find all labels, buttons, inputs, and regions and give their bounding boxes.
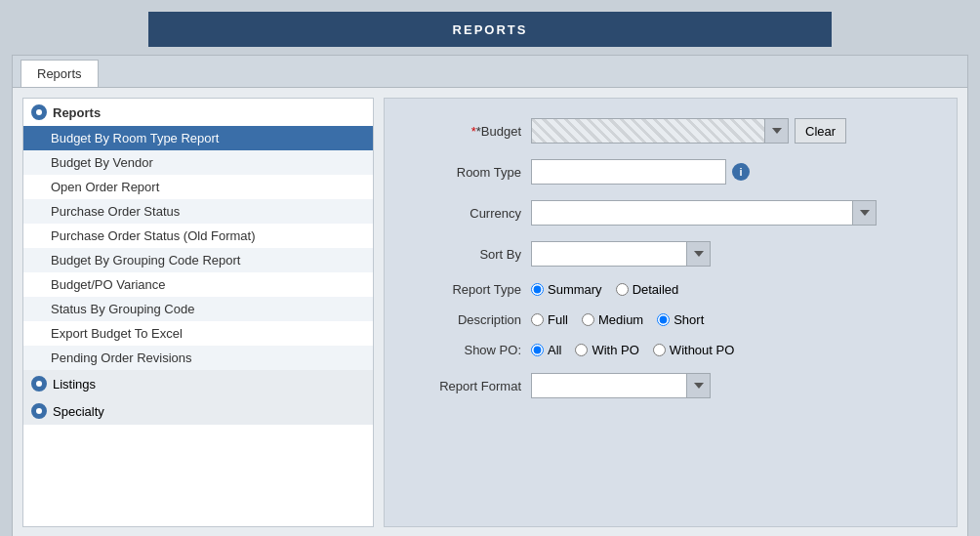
list-item[interactable]: Purchase Order Status (Old Format): [23, 224, 373, 248]
report-type-summary[interactable]: Summary: [531, 282, 602, 297]
tree-root-reports[interactable]: Reports: [23, 99, 373, 126]
show-po-radio-group: All With PO Without PO: [531, 343, 734, 357]
tree-sub-root-specialty[interactable]: Specialty: [23, 397, 373, 425]
sort-by-row: Sort By Control #: [414, 241, 927, 267]
currency-label: Currency: [414, 206, 521, 221]
chevron-down-icon: [694, 251, 704, 257]
report-type-label: Report Type: [414, 282, 521, 297]
tab-reports[interactable]: Reports: [20, 60, 99, 87]
budget-dropdown-button[interactable]: [765, 118, 789, 144]
description-short-radio[interactable]: [657, 313, 670, 326]
show-po-label: Show PO:: [414, 343, 521, 357]
list-item[interactable]: Budget By Vendor: [23, 150, 373, 175]
room-type-row: Room Type i: [414, 159, 927, 185]
left-panel: Reports Budget By Room Type Report Budge…: [22, 98, 374, 527]
show-po-with-po-radio[interactable]: [575, 344, 588, 356]
tree-root-icon: [31, 104, 47, 120]
description-medium[interactable]: Medium: [582, 312, 643, 327]
tree-root-label: Reports: [53, 105, 101, 120]
header-title: REPORTS: [453, 22, 528, 37]
clear-button[interactable]: Clear: [795, 118, 846, 144]
chevron-down-icon: [860, 210, 870, 216]
specialty-label: Specialty: [53, 404, 104, 419]
currency-row: Currency USD - US Dollar: [414, 200, 927, 226]
chevron-down-icon: [772, 128, 782, 134]
list-item[interactable]: Export Budget To Excel: [23, 321, 373, 346]
currency-wrapper: USD - US Dollar: [531, 200, 877, 226]
description-full-radio[interactable]: [531, 313, 544, 326]
show-po-all[interactable]: All: [531, 343, 561, 357]
report-format-label: Report Format: [414, 379, 521, 393]
budget-label: **Budget: [414, 124, 521, 139]
show-po-all-radio[interactable]: [531, 344, 544, 356]
description-radio-group: Full Medium Short: [531, 312, 704, 327]
list-item[interactable]: Budget/PO Variance: [23, 272, 373, 297]
sort-by-label: Sort By: [414, 247, 521, 262]
report-type-summary-radio[interactable]: [531, 283, 544, 296]
listings-icon: [31, 376, 47, 392]
right-panel: **Budget Clear Room Type: [384, 98, 958, 527]
list-item[interactable]: Budget By Room Type Report: [23, 126, 373, 150]
description-short[interactable]: Short: [657, 312, 704, 327]
sort-by-dropdown-button[interactable]: [687, 241, 711, 267]
show-po-without-po[interactable]: Without PO: [653, 343, 734, 357]
report-type-detailed-radio[interactable]: [616, 283, 629, 296]
specialty-icon: [31, 403, 47, 419]
report-format-row: Report Format Abode Reader: [414, 373, 927, 398]
room-type-input[interactable]: [531, 159, 726, 185]
description-label: Description: [414, 312, 521, 327]
budget-input-wrapper: Clear: [531, 118, 846, 144]
tree-sub-root-listings[interactable]: Listings: [23, 370, 373, 397]
show-po-without-po-radio[interactable]: [653, 344, 666, 356]
list-item[interactable]: Budget By Grouping Code Report: [23, 248, 373, 272]
description-row: Description Full Medium Short: [414, 312, 927, 327]
room-type-label: Room Type: [414, 165, 521, 180]
list-item[interactable]: Pending Order Revisions: [23, 346, 373, 370]
budget-field[interactable]: [531, 118, 765, 144]
info-icon[interactable]: i: [732, 163, 750, 181]
budget-row: **Budget Clear: [414, 118, 927, 144]
report-type-row: Report Type Summary Detailed: [414, 282, 927, 297]
report-type-detailed[interactable]: Detailed: [616, 282, 679, 297]
show-po-row: Show PO: All With PO Without PO: [414, 343, 927, 357]
description-medium-radio[interactable]: [582, 313, 594, 326]
report-format-dropdown-button[interactable]: [687, 373, 711, 398]
tabs-bar: Reports: [13, 56, 967, 88]
description-full[interactable]: Full: [531, 312, 568, 327]
page-header: REPORTS: [148, 12, 832, 47]
list-item[interactable]: Purchase Order Status: [23, 199, 373, 224]
currency-input[interactable]: USD - US Dollar: [531, 200, 853, 226]
listings-label: Listings: [53, 377, 96, 392]
currency-dropdown-button[interactable]: [853, 200, 877, 226]
chevron-down-icon: [694, 383, 704, 389]
list-item[interactable]: Status By Grouping Code: [23, 297, 373, 321]
sort-by-input[interactable]: Control #: [531, 241, 687, 267]
report-type-radio-group: Summary Detailed: [531, 282, 678, 297]
main-container: Reports Reports Budget By Room Type Repo…: [12, 55, 968, 536]
content-area: Reports Budget By Room Type Report Budge…: [13, 88, 967, 536]
report-format-input[interactable]: Abode Reader: [531, 373, 687, 398]
list-item[interactable]: Open Order Report: [23, 175, 373, 199]
show-po-with-po[interactable]: With PO: [575, 343, 638, 357]
